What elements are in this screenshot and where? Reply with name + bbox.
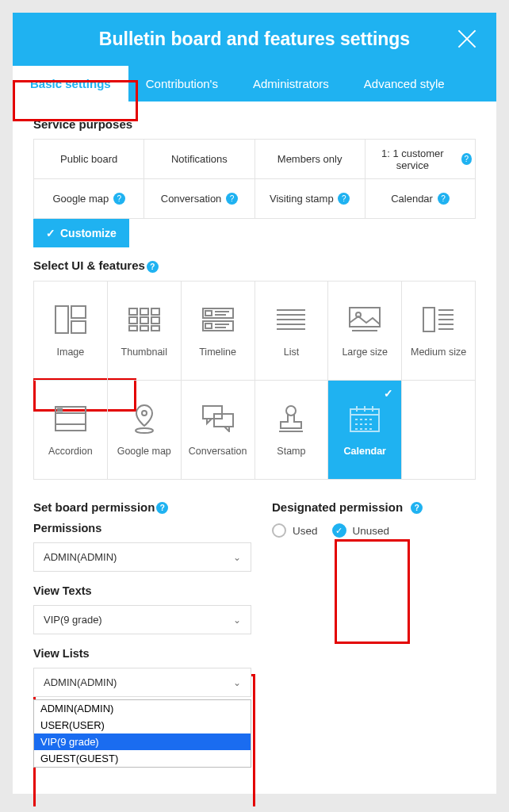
ui-option-conversation[interactable]: Conversation (182, 381, 255, 480)
check-icon: ✓ (384, 387, 393, 400)
ui-option-timeline[interactable]: Timeline (182, 282, 255, 381)
modal-content: Service purposes Public board Notificati… (13, 102, 496, 794)
settings-modal: Bulletin board and features settings Bas… (13, 13, 496, 794)
ui-option-empty (402, 381, 476, 480)
view-texts-label: View Texts (33, 584, 251, 597)
help-icon[interactable]: ? (411, 502, 423, 514)
purpose-visiting-stamp[interactable]: Visiting stamp ? (255, 179, 365, 219)
help-icon[interactable]: ? (113, 193, 125, 205)
svg-rect-28 (423, 308, 434, 331)
purpose-customer-service[interactable]: 1: 1 customer service ? (365, 140, 476, 179)
image-icon (346, 304, 384, 335)
modal-title: Bulletin board and features settings (36, 29, 473, 50)
tab-basic-settings[interactable]: Basic settings (13, 66, 128, 102)
close-icon[interactable] (455, 27, 479, 51)
svg-point-42 (286, 406, 296, 416)
stamp-icon (272, 403, 310, 435)
service-purposes-label: Service purposes (33, 117, 476, 131)
split-icon (419, 304, 457, 335)
calendar-icon (346, 403, 384, 435)
help-icon[interactable]: ? (461, 153, 473, 165)
layout-icon (52, 304, 90, 335)
chevron-down-icon: ⌄ (233, 552, 241, 563)
view-lists-select[interactable]: ADMIN(ADMIN) ⌄ (33, 668, 251, 697)
dropdown-option[interactable]: VIP(9 grade) (34, 733, 251, 750)
svg-rect-5 (151, 308, 159, 315)
purpose-google-map[interactable]: Google map ? (34, 179, 144, 219)
svg-rect-40 (203, 406, 222, 419)
dropdown-option[interactable]: ADMIN(ADMIN) (34, 700, 251, 717)
used-radio-label: Used (293, 525, 318, 537)
svg-rect-10 (140, 326, 148, 331)
svg-point-38 (142, 411, 147, 416)
dropdown-option[interactable]: GUEST(GUEST) (34, 750, 251, 767)
ui-option-image[interactable]: Image (34, 282, 108, 381)
tab-advanced-style[interactable]: Advanced style (346, 66, 462, 102)
svg-rect-16 (203, 321, 233, 331)
chevron-down-icon: ⌄ (233, 677, 241, 688)
used-radio[interactable] (272, 523, 286, 538)
svg-rect-4 (140, 308, 148, 315)
tab-administrators[interactable]: Administrators (235, 66, 346, 102)
ui-option-medium-size[interactable]: Medium size (402, 282, 476, 381)
tab-bar: Basic settings Contribution's Administra… (13, 66, 496, 102)
ui-option-thumbnail[interactable]: Thumbnail (108, 282, 182, 381)
ui-features-grid: Image Thumbnail Timeline List (33, 281, 476, 480)
ui-option-large-size[interactable]: Large size (328, 282, 402, 381)
help-icon[interactable]: ? (226, 193, 238, 205)
purpose-calendar[interactable]: Calendar ? (365, 179, 476, 219)
ui-option-list[interactable]: List (255, 282, 329, 381)
view-lists-label: View Lists (33, 647, 251, 660)
help-icon[interactable]: ? (438, 193, 450, 205)
dropdown-option[interactable]: USER(USER) (34, 717, 251, 733)
help-icon[interactable]: ? (156, 502, 168, 514)
svg-rect-12 (203, 308, 233, 318)
chevron-down-icon: ⌄ (233, 615, 241, 626)
svg-rect-36 (58, 408, 62, 411)
view-texts-select[interactable]: VIP(9 grade) ⌄ (33, 605, 251, 634)
purpose-notifications[interactable]: Notifications (144, 140, 254, 179)
svg-rect-9 (129, 326, 137, 331)
board-permission-label: Set board permission? (33, 500, 251, 515)
ui-features-label: Select UI & features? (33, 259, 476, 273)
svg-point-39 (136, 428, 153, 433)
lines-icon (272, 304, 310, 335)
accordion-icon (52, 403, 90, 435)
ui-option-google-map[interactable]: Google map (108, 381, 182, 480)
unused-radio-label: Unused (353, 525, 390, 537)
service-purposes-grid: Public board Notifications Members only … (33, 139, 476, 219)
ui-option-stamp[interactable]: Stamp (255, 381, 329, 480)
svg-rect-17 (205, 324, 212, 328)
designated-permission-label: Designated permission ? (272, 500, 476, 515)
view-lists-dropdown: ADMIN(ADMIN) USER(USER) VIP(9 grade) GUE… (33, 699, 251, 768)
help-icon[interactable]: ? (338, 193, 350, 205)
svg-rect-8 (151, 317, 159, 324)
purpose-conversation[interactable]: Conversation ? (144, 179, 254, 219)
grid-icon (125, 304, 163, 335)
purpose-members-only[interactable]: Members only (255, 140, 365, 179)
svg-rect-7 (140, 317, 148, 324)
tab-contributions[interactable]: Contribution's (128, 66, 235, 102)
chat-icon (199, 403, 237, 435)
timeline-icon (199, 304, 237, 335)
permissions-label: Permissions (33, 522, 251, 534)
unused-radio[interactable]: ✓ (332, 523, 346, 538)
customize-button[interactable]: ✓ Customize (33, 219, 129, 247)
help-icon[interactable]: ? (147, 261, 159, 273)
pin-icon (125, 403, 163, 435)
permissions-select[interactable]: ADMIN(ADMIN) ⌄ (33, 542, 251, 572)
svg-rect-0 (55, 306, 68, 333)
svg-rect-11 (151, 326, 159, 331)
svg-rect-6 (129, 317, 137, 324)
svg-rect-2 (71, 321, 86, 333)
svg-rect-3 (129, 308, 137, 315)
modal-header: Bulletin board and features settings (13, 13, 496, 66)
check-icon: ✓ (46, 227, 55, 239)
svg-rect-41 (214, 414, 233, 427)
svg-rect-13 (205, 311, 212, 316)
ui-option-calendar[interactable]: ✓ Calendar (328, 381, 402, 480)
purpose-public-board[interactable]: Public board (34, 140, 144, 179)
svg-rect-1 (71, 306, 86, 318)
ui-option-accordion[interactable]: Accordion (34, 381, 108, 480)
svg-rect-25 (350, 308, 380, 327)
